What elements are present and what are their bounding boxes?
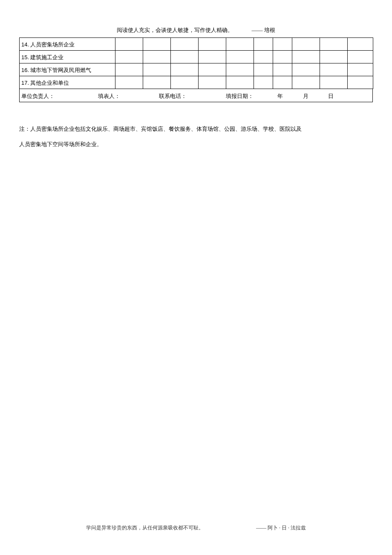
data-cell — [254, 38, 273, 51]
data-cell — [292, 51, 320, 63]
data-cell — [115, 38, 143, 51]
data-cell — [348, 76, 373, 89]
row-number: 14. — [21, 41, 29, 48]
row-label: 14. 人员密集场所企业 — [20, 38, 115, 51]
data-cell — [226, 51, 254, 63]
data-cell — [171, 38, 199, 51]
table-footer-row: 单位负责人： 填表人： 联系电话： 填报日期： 年 月 日 — [19, 89, 373, 102]
footer-cell: 单位负责人： 填表人： 联系电话： 填报日期： 年 月 日 — [20, 89, 373, 102]
day-label: 日 — [328, 93, 334, 99]
row-label-text: 城市地下管网及民用燃气 — [29, 67, 91, 73]
data-cell — [226, 76, 254, 89]
data-cell — [254, 76, 273, 89]
data-cell — [348, 51, 373, 63]
data-cell — [292, 38, 320, 51]
filler-label: 填表人： — [98, 93, 120, 99]
row-label: 15. 建筑施工企业 — [20, 51, 115, 63]
row-number: 16. — [21, 67, 29, 73]
footer-attribution: —— 阿卜 · 日 · 法拉兹 — [256, 524, 306, 532]
data-cell — [320, 51, 348, 63]
row-label-text: 其他企业和单位 — [29, 80, 69, 86]
data-cell — [199, 38, 226, 51]
data-cell — [143, 51, 171, 63]
data-cell — [115, 76, 143, 89]
footer-quote-text: 学问是异常珍贵的东西，从任何源泉吸收都不可耻。 — [86, 525, 204, 531]
row-label: 16. 城市地下管网及民用燃气 — [20, 63, 115, 76]
phone-label: 联系电话： — [159, 93, 187, 99]
note-line-2: 人员密集地下空间等场所和企业。 — [19, 137, 373, 152]
data-cell — [292, 76, 320, 89]
row-label: 17. 其他企业和单位 — [20, 76, 115, 89]
data-cell — [273, 76, 292, 89]
row-label-text: 人员密集场所企业 — [29, 41, 75, 48]
data-cell — [171, 63, 199, 76]
note-line-1: 注：人员密集场所企业包括文化娱乐、商场超市、宾馆饭店、餐饮服务、体育场馆、公园、… — [19, 121, 373, 137]
data-cell — [199, 76, 226, 89]
data-cell — [254, 63, 273, 76]
table-row: 15. 建筑施工企业 — [20, 51, 373, 63]
row-number: 17. — [21, 80, 29, 86]
header-quote-text: 阅读使人充实，会谈使人敏捷，写作使人精确。 — [117, 27, 233, 33]
data-cell — [171, 51, 199, 63]
data-cell — [254, 51, 273, 63]
date-label: 填报日期： — [226, 93, 254, 99]
data-cell — [226, 63, 254, 76]
data-cell — [273, 51, 292, 63]
data-cell — [171, 76, 199, 89]
data-cell — [320, 63, 348, 76]
header-attribution: —— 培根 — [252, 26, 275, 34]
year-label: 年 — [277, 93, 283, 99]
data-cell — [226, 38, 254, 51]
data-cell — [143, 38, 171, 51]
data-cell — [143, 76, 171, 89]
data-cell — [199, 63, 226, 76]
data-cell — [320, 76, 348, 89]
row-label-text: 建筑施工企业 — [29, 54, 63, 60]
main-table: 14. 人员密集场所企业15. 建筑施工企业16. 城市地下管网及民用燃气17.… — [19, 37, 373, 89]
data-cell — [115, 51, 143, 63]
row-number: 15. — [21, 54, 29, 60]
data-cell — [199, 51, 226, 63]
header-quote: 阅读使人充实，会谈使人敏捷，写作使人精确。 —— 培根 — [0, 0, 392, 37]
footer-quote: 学问是异常珍贵的东西，从任何源泉吸收都不可耻。 —— 阿卜 · 日 · 法拉兹 — [0, 524, 392, 532]
table-row: 16. 城市地下管网及民用燃气 — [20, 63, 373, 76]
data-cell — [273, 38, 292, 51]
note-text: 注：人员密集场所企业包括文化娱乐、商场超市、宾馆饭店、餐饮服务、体育场馆、公园、… — [19, 121, 373, 152]
data-cell — [320, 38, 348, 51]
table-row: 14. 人员密集场所企业 — [20, 38, 373, 51]
table-row: 17. 其他企业和单位 — [20, 76, 373, 89]
data-cell — [292, 63, 320, 76]
data-cell — [143, 63, 171, 76]
month-label: 月 — [303, 93, 308, 99]
data-cell — [348, 38, 373, 51]
data-cell — [115, 63, 143, 76]
leader-label: 单位负责人： — [21, 93, 55, 99]
data-cell — [348, 63, 373, 76]
data-cell — [273, 63, 292, 76]
